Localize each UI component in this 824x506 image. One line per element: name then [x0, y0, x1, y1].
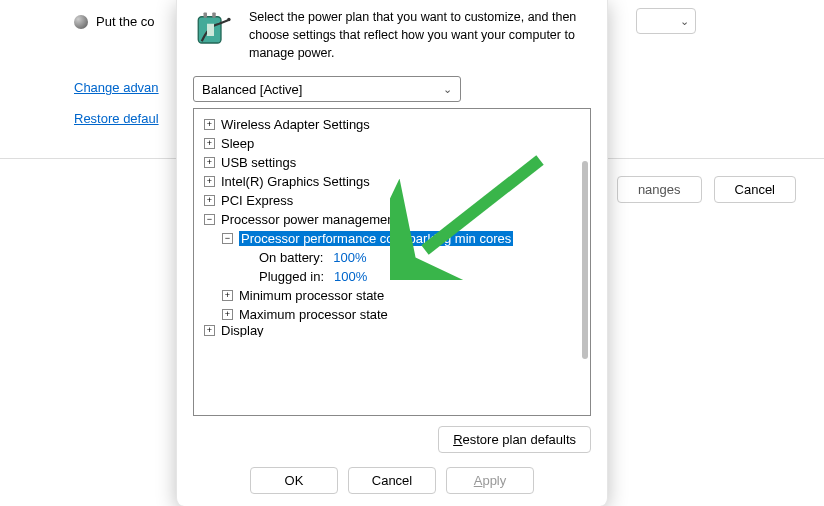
svg-rect-1 [204, 12, 208, 17]
bg-cancel-button[interactable]: Cancel [714, 176, 796, 203]
tree-item-on-battery[interactable]: On battery:100% [196, 248, 588, 267]
plus-icon[interactable] [204, 119, 215, 130]
tree-item-processor-mgmt[interactable]: Processor power management [196, 210, 588, 229]
plus-icon[interactable] [204, 157, 215, 168]
dialog-description: Select the power plan that you want to c… [249, 8, 591, 62]
plus-icon[interactable] [204, 176, 215, 187]
apply-button: ApplyApply [446, 467, 534, 494]
plan-select-value: Balanced [Active] [202, 82, 302, 97]
tree-item-sleep[interactable]: Sleep [196, 134, 588, 153]
selected-item-label: Processor performance core parking min c… [239, 231, 513, 246]
bullet-icon [74, 15, 88, 29]
tree-item-max-state[interactable]: Maximum processor state [196, 305, 588, 324]
chevron-down-icon: ⌄ [680, 15, 689, 28]
battery-plan-icon [193, 8, 235, 50]
plus-icon[interactable] [204, 138, 215, 149]
svg-rect-2 [212, 12, 216, 17]
tree-item-intel-graphics[interactable]: Intel(R) Graphics Settings [196, 172, 588, 191]
bg-changes-button-partial[interactable]: nanges [617, 176, 702, 203]
tree-item-plugged-in[interactable]: Plugged in:100% [196, 267, 588, 286]
power-plan-select[interactable]: Balanced [Active] ⌄ [193, 76, 461, 102]
bg-heading-partial: Put the co [96, 14, 155, 29]
chevron-down-icon: ⌄ [443, 83, 452, 96]
plus-icon[interactable] [222, 309, 233, 320]
restore-plan-defaults-button[interactable]: RRestore plan defaultsestore plan defaul… [438, 426, 591, 453]
svg-point-3 [227, 18, 231, 22]
minus-icon[interactable] [222, 233, 233, 244]
on-battery-value[interactable]: 100% [333, 250, 366, 265]
ok-button[interactable]: OK [250, 467, 338, 494]
plus-icon[interactable] [204, 325, 215, 336]
plus-icon[interactable] [204, 195, 215, 206]
power-options-dialog: Select the power plan that you want to c… [176, 0, 608, 506]
cancel-button[interactable]: Cancel [348, 467, 436, 494]
scrollbar[interactable] [582, 161, 588, 359]
minus-icon[interactable] [204, 214, 215, 225]
bg-dropdown[interactable]: ⌄ [636, 8, 696, 34]
plugged-in-value[interactable]: 100% [334, 269, 367, 284]
plus-icon[interactable] [222, 290, 233, 301]
tree-item-wireless[interactable]: Wireless Adapter Settings [196, 115, 588, 134]
tree-item-core-parking[interactable]: Processor performance core parking min c… [196, 229, 588, 248]
tree-item-pci[interactable]: PCI Express [196, 191, 588, 210]
tree-item-display[interactable]: Display [196, 324, 588, 337]
tree-item-usb[interactable]: USB settings [196, 153, 588, 172]
tree-item-min-state[interactable]: Minimum processor state [196, 286, 588, 305]
settings-tree[interactable]: Wireless Adapter Settings Sleep USB sett… [193, 108, 591, 416]
